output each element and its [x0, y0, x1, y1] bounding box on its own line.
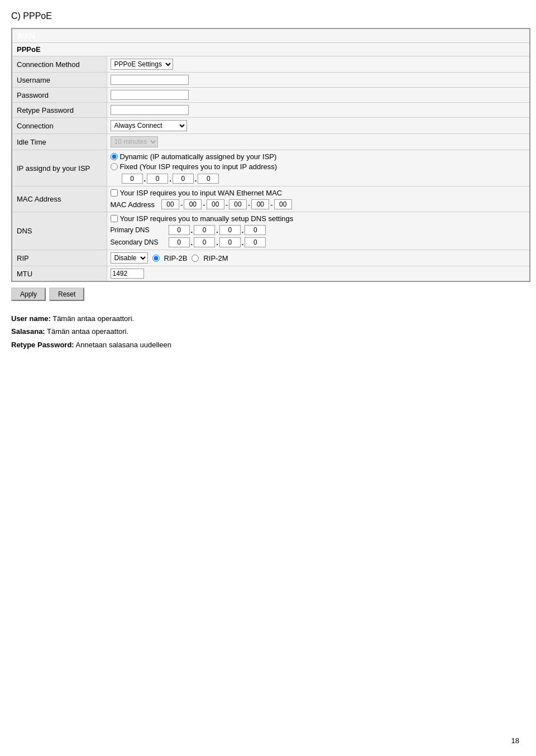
dns-checkbox-label: Your ISP requires you to manually setup …: [120, 214, 294, 223]
primary-dns-2[interactable]: [194, 225, 215, 235]
cell-connection-method: PPPoE Settings PPTP L2TP: [107, 56, 530, 73]
primary-dns-1[interactable]: [169, 225, 190, 235]
pppoe-header: PPPoE: [12, 43, 530, 56]
label-ip-isp: IP assignd by your ISP: [12, 150, 107, 186]
label-password: Password: [12, 88, 107, 103]
radio-rip2m[interactable]: [192, 255, 199, 262]
sdns-sep-2: .: [216, 238, 218, 247]
primary-dns-label: Primary DNS: [111, 226, 166, 234]
mac-6[interactable]: [274, 199, 292, 209]
mac-1[interactable]: [161, 199, 179, 209]
mac-3[interactable]: [207, 199, 224, 209]
username-input[interactable]: [111, 75, 189, 85]
label-connection: Connection: [12, 118, 107, 134]
desc-username: User name: Tämän antaa operaattori.: [11, 312, 525, 325]
reset-button[interactable]: Reset: [49, 288, 84, 301]
cell-password: [107, 88, 530, 103]
label-connection-method: Connection Method: [12, 56, 107, 73]
label-rip2b: RIP-2B: [164, 254, 188, 262]
desc-retype-text: Annetaan salasana uudelleen: [76, 341, 171, 349]
cell-dns: Your ISP requires you to manually setup …: [107, 212, 530, 250]
label-rip2m: RIP-2M: [203, 254, 228, 262]
cell-mtu: [107, 266, 530, 282]
primary-dns-3[interactable]: [219, 225, 241, 235]
desc-username-text: Tämän antaa operaattori.: [52, 314, 134, 323]
mac-sep-2: -: [203, 200, 205, 209]
secondary-dns-row: Secondary DNS . . .: [111, 237, 527, 247]
idle-time-select[interactable]: 10 minutes 5 minutes 15 minutes 30 minut…: [111, 136, 158, 147]
cell-username: [107, 73, 530, 88]
mac-checkbox[interactable]: [111, 189, 118, 197]
radio-row-dynamic: Dynamic (IP automatically assigned by yo…: [111, 152, 527, 161]
table-row-retype-password: Retype Password: [12, 103, 530, 118]
mac-address-label: MAC Address: [111, 200, 155, 209]
secondary-dns-1[interactable]: [169, 237, 190, 247]
label-rip: RIP: [12, 250, 107, 266]
desc-password-text: Tämän antaa operaattori.: [47, 327, 128, 336]
desc-username-label: User name:: [11, 314, 51, 323]
fixed-ip-4[interactable]: [198, 174, 219, 184]
table-row-password: Password: [12, 88, 530, 103]
ip-sep-2: .: [169, 175, 171, 183]
retype-password-input[interactable]: [111, 105, 189, 115]
cell-connection: Always Connect Connect on Demand Manual …: [107, 118, 530, 134]
mac-address-inner: Your ISP requires you to input WAN Ether…: [111, 189, 527, 209]
primary-dns-row: Primary DNS . . .: [111, 225, 527, 235]
primary-dns-group: . . .: [169, 225, 266, 235]
table-row-mtu: MTU: [12, 266, 530, 282]
dns-checkbox[interactable]: [111, 215, 118, 222]
label-mac-address: MAC Address: [12, 186, 107, 212]
table-row-rip: RIP Disable Enable RIP-2B RIP-2M: [12, 250, 530, 266]
primary-dns-4[interactable]: [245, 225, 266, 235]
connection-method-select[interactable]: PPPoE Settings PPTP L2TP: [111, 59, 173, 70]
sdns-sep-3: .: [242, 238, 244, 247]
label-dynamic: Dynamic (IP automatically assigned by yo…: [120, 152, 277, 161]
table-row-ip-isp: IP assignd by your ISP Dynamic (IP autom…: [12, 150, 530, 186]
fixed-ip-2[interactable]: [147, 174, 168, 184]
table-row-connection-method: Connection Method PPPoE Settings PPTP L2…: [12, 56, 530, 73]
mac-checkbox-row: Your ISP requires you to input WAN Ether…: [111, 189, 527, 197]
mtu-input[interactable]: [111, 269, 144, 279]
label-fixed: Fixed (Your ISP requires you to input IP…: [120, 162, 277, 171]
secondary-dns-4[interactable]: [245, 237, 266, 247]
mac-sep-1: -: [180, 200, 183, 209]
ip-sep-1: .: [144, 175, 146, 183]
fixed-ip-group: . . .: [122, 174, 219, 184]
mac-sep-4: -: [248, 200, 250, 209]
desc-password: Salasana: Tämän antaa operaattori.: [11, 325, 525, 338]
rip-row: Disable Enable RIP-2B RIP-2M: [111, 252, 527, 264]
cell-retype-password: [107, 103, 530, 118]
table-row-connection: Connection Always Connect Connect on Dem…: [12, 118, 530, 134]
table-row-mac-address: MAC Address Your ISP requires you to inp…: [12, 186, 530, 212]
fixed-ip-1[interactable]: [122, 174, 143, 184]
connection-select[interactable]: Always Connect Connect on Demand Manual …: [111, 120, 187, 131]
apply-button[interactable]: Apply: [11, 288, 46, 301]
mac-5[interactable]: [251, 199, 269, 209]
desc-password-label: Salasana:: [11, 327, 45, 336]
dns-checkbox-row: Your ISP requires you to manually setup …: [111, 214, 527, 223]
pdns-sep-1: .: [191, 226, 193, 235]
pdns-sep-3: .: [242, 226, 244, 235]
fixed-ip-3[interactable]: [173, 174, 194, 184]
label-retype-password: Retype Password: [12, 103, 107, 118]
cell-ip-isp: Dynamic (IP automatically assigned by yo…: [107, 150, 530, 186]
secondary-dns-2[interactable]: [194, 237, 215, 247]
wan-table: WAN PPPoE Connection Method PPPoE Settin…: [11, 28, 530, 282]
pdns-sep-2: .: [216, 226, 218, 235]
radio-row-fixed: Fixed (Your ISP requires you to input IP…: [111, 162, 527, 171]
button-row: Apply Reset: [11, 288, 525, 301]
mac-2[interactable]: [184, 199, 202, 209]
secondary-dns-group: . . .: [169, 237, 266, 247]
password-input[interactable]: [111, 90, 189, 100]
ip-address-row: . . .: [111, 174, 527, 184]
mac-4[interactable]: [229, 199, 247, 209]
mac-sep-3: -: [226, 200, 228, 209]
table-row-username: Username: [12, 73, 530, 88]
label-dns: DNS: [12, 212, 107, 250]
description-section: User name: Tämän antaa operaattori. Sala…: [11, 312, 525, 351]
rip-select[interactable]: Disable Enable: [111, 252, 148, 264]
radio-fixed[interactable]: [111, 163, 118, 170]
radio-rip2b[interactable]: [152, 255, 160, 262]
radio-dynamic[interactable]: [111, 153, 118, 160]
secondary-dns-3[interactable]: [219, 237, 241, 247]
